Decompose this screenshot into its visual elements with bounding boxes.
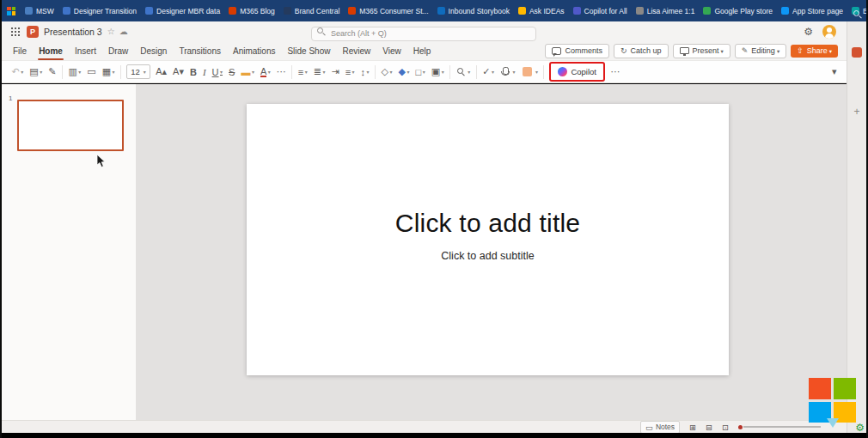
browser-search-icon[interactable] (853, 7, 862, 22)
favicon (25, 7, 33, 15)
bookmark-copilot-for-all[interactable]: Copilot for All (569, 4, 632, 18)
share-button[interactable]: ⇧Share (791, 45, 838, 58)
view-slideshow-button[interactable]: ⊡ (722, 423, 729, 432)
present-button[interactable]: Present (673, 44, 730, 58)
favicon (145, 7, 153, 15)
ribbon-separator (291, 65, 292, 79)
new-slide-button[interactable]: ▥ (65, 64, 84, 81)
title-placeholder[interactable]: Click to add title (247, 209, 729, 238)
tab-transitions[interactable]: Transitions (173, 42, 227, 60)
tab-review[interactable]: Review (336, 42, 376, 60)
subtitle-placeholder[interactable]: Click to add subtitle (247, 250, 729, 262)
browser-logo-icon[interactable] (7, 7, 15, 15)
bookmark-ask-ideas[interactable]: Ask IDEAs (514, 4, 569, 18)
shapes-button[interactable]: ◇ (378, 64, 395, 81)
favicon (437, 7, 445, 15)
designer-button[interactable] (518, 64, 541, 81)
search-input[interactable] (311, 27, 536, 41)
slide-1-thumbnail[interactable] (17, 100, 124, 151)
tab-animations[interactable]: Animations (227, 42, 281, 60)
zoom-slider-handle[interactable] (738, 425, 743, 429)
bullets-button[interactable]: ≡ (295, 64, 310, 81)
undo-button[interactable]: ↶ (9, 64, 27, 81)
slide-layout-button[interactable]: ▦ (99, 64, 118, 81)
account-avatar[interactable] (822, 25, 836, 39)
bottom-letterbox-bar (0, 433, 868, 438)
sidebar-office-app-icon[interactable] (852, 47, 862, 58)
align-button[interactable]: ≡ (342, 64, 358, 81)
bookmark-google-play-store[interactable]: Google Play store (699, 4, 777, 18)
copilot-icon (558, 67, 567, 76)
slide-editing-surface[interactable]: Click to add title Click to add subtitle (247, 104, 729, 375)
catch-up-icon: ↻ (620, 46, 627, 55)
catch-up-button[interactable]: ↻Catch up (614, 44, 669, 58)
bookmark-inbound-storybook[interactable]: Inbound Storybook (433, 4, 514, 18)
editing-mode-button[interactable]: ✎Editing (735, 44, 786, 58)
shape-outline-button[interactable]: □ (413, 64, 428, 81)
bookmark-label: Designer MBR data (156, 7, 220, 15)
ribbon-collapse-button[interactable]: ▾ (828, 64, 840, 81)
more-font-options-button[interactable]: ⋯ (273, 64, 289, 81)
bold-button[interactable]: B (186, 64, 199, 81)
ribbon-more-button[interactable]: ⋯ (608, 64, 623, 81)
capture-settings-gear-icon[interactable]: ⚙ (855, 422, 865, 434)
delete-slide-button[interactable]: ▭ (84, 64, 99, 81)
tab-view[interactable]: View (376, 42, 407, 60)
find-button[interactable] (453, 64, 474, 81)
view-normal-button[interactable]: ⊞ (689, 423, 696, 432)
bookmark-m365-consumer[interactable]: M365 Consumer St... (344, 4, 432, 18)
document-title[interactable]: Presentation 3 (44, 27, 102, 37)
arrow-overlay-icon (827, 418, 839, 428)
powerpoint-logo-icon[interactable]: P (27, 26, 39, 38)
settings-gear-icon[interactable]: ⚙ (804, 26, 813, 38)
tab-file[interactable]: File (7, 42, 33, 60)
grow-font-button[interactable]: A▴ (153, 64, 170, 81)
tab-design[interactable]: Design (134, 42, 173, 60)
slide-canvas: Click to add title Click to add subtitle (136, 84, 847, 420)
dictate-button[interactable] (497, 64, 518, 81)
line-spacing-button[interactable]: ↕ (358, 64, 372, 81)
tab-draw[interactable]: Draw (102, 42, 134, 60)
strikethrough-button[interactable]: S (226, 64, 238, 81)
font-color-button[interactable]: A (257, 64, 273, 81)
zoom-slider[interactable] (738, 425, 821, 429)
bookmark-m365-blog[interactable]: M365 Blog (224, 4, 279, 18)
view-slide-sorter-button[interactable]: ⊟ (706, 423, 712, 432)
shrink-font-button[interactable]: A▾ (170, 64, 187, 81)
browser-side-rail: + (847, 21, 866, 433)
notes-button[interactable]: ▭ Notes (640, 421, 680, 434)
tab-home[interactable]: Home (33, 42, 69, 60)
sidebar-add-icon[interactable]: + (853, 106, 859, 118)
saved-cloud-icon[interactable]: ☁ (119, 27, 128, 36)
text-highlight-button[interactable]: ▬ (238, 64, 258, 81)
shape-fill-button[interactable]: ◆ (395, 64, 413, 81)
comments-label: Comments (565, 46, 602, 55)
font-size-select[interactable]: 12 (126, 64, 150, 79)
copilot-button[interactable]: Copilot (553, 64, 602, 79)
numbering-button[interactable]: ≣ (310, 64, 328, 81)
bookmark-app-store-page[interactable]: App Store page (777, 4, 847, 18)
menu-actions: Comments ↻Catch up Present ✎Editing ⇧Sha… (545, 44, 841, 58)
favorite-star-icon[interactable]: ☆ (107, 27, 115, 36)
comments-button[interactable]: Comments (545, 44, 609, 58)
slide-number: 1 (9, 94, 12, 102)
notes-icon: ▭ (645, 423, 653, 432)
bookmark-designer-transition[interactable]: Designer Transition (58, 4, 141, 18)
paste-button[interactable]: ▤ (27, 64, 46, 81)
zoom-slider-track[interactable] (743, 426, 821, 428)
editor-button[interactable]: ✓ (480, 64, 498, 81)
bookmark-lisa-aimee[interactable]: Lisa Aimee 1:1 (632, 4, 700, 18)
indent-button[interactable]: ⇥ (328, 64, 342, 81)
arrange-button[interactable]: ▣ (428, 64, 447, 81)
format-painter-button[interactable]: ✎ (46, 64, 59, 81)
app-launcher-waffle-icon[interactable] (10, 27, 20, 36)
tab-insert[interactable]: Insert (69, 42, 102, 60)
italic-button[interactable]: I (199, 64, 209, 81)
ribbon-separator (476, 65, 477, 79)
underline-button[interactable]: U (209, 64, 225, 81)
bookmark-designer-mbr-data[interactable]: Designer MBR data (141, 4, 224, 18)
tab-slide-show[interactable]: Slide Show (281, 42, 336, 60)
bookmark-brand-central[interactable]: Brand Central (279, 4, 344, 18)
bookmark-msw[interactable]: MSW (21, 4, 58, 18)
tab-help[interactable]: Help (407, 42, 437, 60)
